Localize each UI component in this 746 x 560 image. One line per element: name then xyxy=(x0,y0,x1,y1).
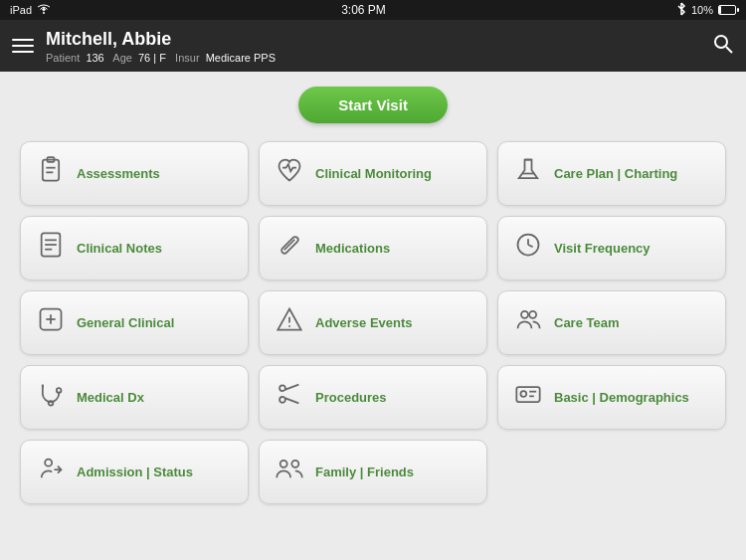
svg-point-40 xyxy=(291,461,298,467)
start-visit-button[interactable]: Start Visit xyxy=(298,87,448,123)
svg-point-24 xyxy=(521,311,528,318)
person-arrow-icon xyxy=(35,455,67,489)
grid-item-label-care-team: Care Team xyxy=(554,315,620,331)
start-visit-container: Start Visit xyxy=(20,87,726,123)
svg-point-25 xyxy=(529,311,536,318)
grid-item-clinical-notes[interactable]: Clinical Notes xyxy=(20,216,249,280)
grid-item-label-medications: Medications xyxy=(315,241,390,257)
status-right: 10% xyxy=(676,2,736,18)
grid: Assessments Clinical Monitoring Care Pla… xyxy=(20,141,726,504)
grid-item-label-clinical-monitoring: Clinical Monitoring xyxy=(315,166,432,182)
main-content: Start Visit Assessments Clinical Monitor… xyxy=(0,72,746,560)
grid-item-visit-frequency[interactable]: Visit Frequency xyxy=(497,216,726,280)
clock-icon xyxy=(512,231,544,266)
svg-point-34 xyxy=(520,391,526,397)
grid-item-label-medical-dx: Medical Dx xyxy=(77,390,144,406)
svg-point-26 xyxy=(57,388,62,393)
insur-value: Medicare PPS xyxy=(206,52,276,64)
grid-item-label-clinical-notes: Clinical Notes xyxy=(77,241,162,257)
svg-line-31 xyxy=(284,385,298,390)
svg-point-37 xyxy=(45,460,52,467)
grid-item-label-care-plan-charting: Care Plan | Charting xyxy=(554,166,677,182)
grid-item-medications[interactable]: Medications xyxy=(259,216,487,280)
status-left: iPad xyxy=(10,4,51,16)
search-icon[interactable] xyxy=(712,37,734,59)
patient-label: Patient xyxy=(46,52,80,64)
patient-meta: Patient 136 Age 76 | F Insur Medicare PP… xyxy=(46,52,276,64)
grid-item-label-procedures: Procedures xyxy=(315,390,387,406)
grid-item-adverse-events[interactable]: Adverse Events xyxy=(259,290,487,355)
header-right[interactable] xyxy=(712,33,734,60)
stethoscope-icon xyxy=(35,380,67,415)
grid-item-procedures[interactable]: Procedures xyxy=(259,365,487,430)
warning-icon xyxy=(274,305,305,340)
svg-point-23 xyxy=(288,325,290,327)
grid-item-medical-dx[interactable]: Medical Dx xyxy=(20,365,249,430)
scissors-icon xyxy=(274,380,305,415)
age-label: Age xyxy=(112,52,132,64)
grid-item-clinical-monitoring[interactable]: Clinical Monitoring xyxy=(259,141,487,206)
grid-item-label-basic-demographics: Basic | Demographics xyxy=(554,390,689,406)
svg-point-29 xyxy=(280,385,285,391)
header-left: Mitchell, Abbie Patient 136 Age 76 | F I… xyxy=(12,29,276,64)
svg-point-0 xyxy=(43,12,45,14)
battery-percent: 10% xyxy=(691,4,713,16)
patient-info: Mitchell, Abbie Patient 136 Age 76 | F I… xyxy=(46,29,276,64)
menu-button[interactable] xyxy=(12,39,34,53)
document-icon xyxy=(35,231,67,266)
grid-item-label-assessments: Assessments xyxy=(77,166,160,182)
grid-item-label-general-clinical: General Clinical xyxy=(77,315,174,331)
grid-item-label-visit-frequency: Visit Frequency xyxy=(554,241,651,257)
people-icon xyxy=(274,455,305,489)
grid-item-family-friends[interactable]: Family | Friends xyxy=(259,440,487,504)
grid-item-admission-status[interactable]: Admission | Status xyxy=(20,440,249,504)
svg-point-39 xyxy=(280,461,287,467)
wifi-icon xyxy=(37,4,51,16)
patient-name: Mitchell, Abbie xyxy=(46,29,276,50)
pill-icon xyxy=(274,231,305,266)
status-time: 3:06 PM xyxy=(341,3,386,17)
clipboard-icon xyxy=(35,156,67,191)
header: Mitchell, Abbie Patient 136 Age 76 | F I… xyxy=(0,20,746,72)
plus-box-icon xyxy=(35,305,67,340)
grid-item-basic-demographics[interactable]: Basic | Demographics xyxy=(497,365,726,430)
grid-item-label-admission-status: Admission | Status xyxy=(77,465,193,480)
age-value: 76 | F xyxy=(138,52,166,64)
svg-point-30 xyxy=(280,397,285,403)
svg-line-32 xyxy=(284,398,298,403)
grid-item-general-clinical[interactable]: General Clinical xyxy=(20,290,249,355)
grid-item-care-plan-charting[interactable]: Care Plan | Charting xyxy=(497,141,726,206)
grid-item-label-family-friends: Family | Friends xyxy=(315,465,414,480)
bluetooth-icon xyxy=(676,2,686,18)
svg-line-2 xyxy=(726,47,732,53)
id-card-icon xyxy=(512,380,544,415)
group-icon xyxy=(512,305,544,340)
battery-icon xyxy=(718,5,736,15)
heart-pulse-icon xyxy=(274,156,305,191)
status-bar: iPad 3:06 PM 10% xyxy=(0,0,746,20)
grid-item-label-adverse-events: Adverse Events xyxy=(315,315,413,331)
svg-point-27 xyxy=(49,401,54,406)
flask-icon xyxy=(512,156,544,191)
insur-label: Insur xyxy=(175,52,199,64)
svg-line-17 xyxy=(528,245,533,247)
svg-point-1 xyxy=(715,36,727,48)
device-label: iPad xyxy=(10,4,32,16)
grid-item-assessments[interactable]: Assessments xyxy=(20,141,249,206)
grid-item-care-team[interactable]: Care Team xyxy=(497,290,726,355)
patient-id: 136 xyxy=(86,52,103,64)
